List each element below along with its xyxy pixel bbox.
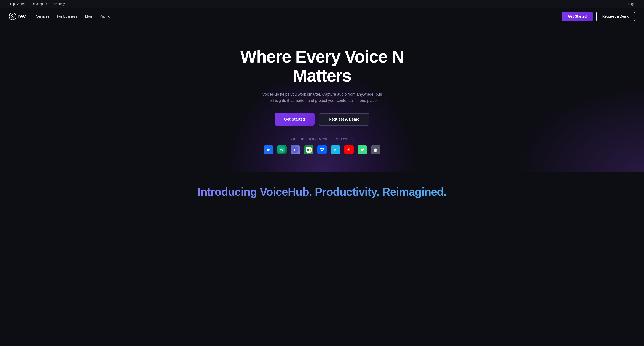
dropbox-integration-icon <box>317 145 327 154</box>
hero-request-demo-button[interactable]: Request A Demo <box>319 113 370 125</box>
svg-text:V: V <box>334 148 336 152</box>
svg-text:W: W <box>280 148 283 152</box>
security-link[interactable]: Security <box>54 2 65 6</box>
youtube-integration-icon <box>344 145 354 154</box>
svg-point-14 <box>362 149 362 149</box>
blog-nav-link[interactable]: Blog <box>85 15 92 18</box>
android-integration-icon <box>358 145 367 154</box>
svg-point-1 <box>12 16 13 17</box>
svg-rect-17 <box>363 149 364 150</box>
developers-link[interactable]: Developers <box>32 2 47 6</box>
svg-rect-5 <box>292 147 298 152</box>
svg-point-15 <box>362 149 363 149</box>
platform-title: Introducing VoiceHub. Productivity, Reim… <box>9 185 635 198</box>
apple-integration-icon <box>371 145 380 154</box>
nav-left: rev Services For Business Blog Pricing <box>9 13 110 20</box>
hero-section: Where Every Voice N Matters VoiceHub hel… <box>0 25 644 172</box>
svg-rect-16 <box>361 149 361 150</box>
hero-title: Where Every Voice N Matters <box>225 47 419 85</box>
google-meet-integration-icon <box>304 145 314 154</box>
works-with-label: VOICEHUB WORKS WHERE YOU WORK <box>291 138 353 141</box>
svg-text:T: T <box>294 148 295 152</box>
hero-buttons: Get Started Request A Demo <box>274 113 370 125</box>
integration-icons: W T <box>264 145 380 154</box>
nav-links: Services For Business Blog Pricing <box>36 15 110 18</box>
top-bar: Help Center Developers Security Login <box>0 0 644 8</box>
pricing-nav-link[interactable]: Pricing <box>100 15 110 18</box>
help-center-link[interactable]: Help Center <box>9 2 25 6</box>
for-business-nav-link[interactable]: For Business <box>57 15 77 18</box>
logo[interactable]: rev <box>9 13 26 20</box>
platform-section: Introducing VoiceHub. Productivity, Reim… <box>0 172 644 207</box>
main-nav: rev Services For Business Blog Pricing G… <box>0 8 644 25</box>
teams-integration-icon: T <box>290 145 300 154</box>
webex-integration-icon: W <box>277 145 287 154</box>
vimeo-integration-icon: V <box>331 145 340 154</box>
login-link[interactable]: Login <box>628 2 635 6</box>
nav-request-demo-button[interactable]: Request a Demo <box>596 12 635 21</box>
top-bar-links: Help Center Developers Security <box>9 2 65 6</box>
zoom-integration-icon <box>264 145 273 154</box>
services-nav-link[interactable]: Services <box>36 15 49 18</box>
works-with-section: VOICEHUB WORKS WHERE YOU WORK W T <box>264 138 380 154</box>
rev-logo-icon <box>9 13 16 20</box>
hero-subtitle: VoiceHub helps you work smarter. Capture… <box>262 91 382 104</box>
nav-get-started-button[interactable]: Get Started <box>562 12 592 21</box>
nav-right: Get Started Request a Demo <box>562 12 635 21</box>
hero-get-started-button[interactable]: Get Started <box>274 113 314 125</box>
logo-text: rev <box>18 14 26 20</box>
